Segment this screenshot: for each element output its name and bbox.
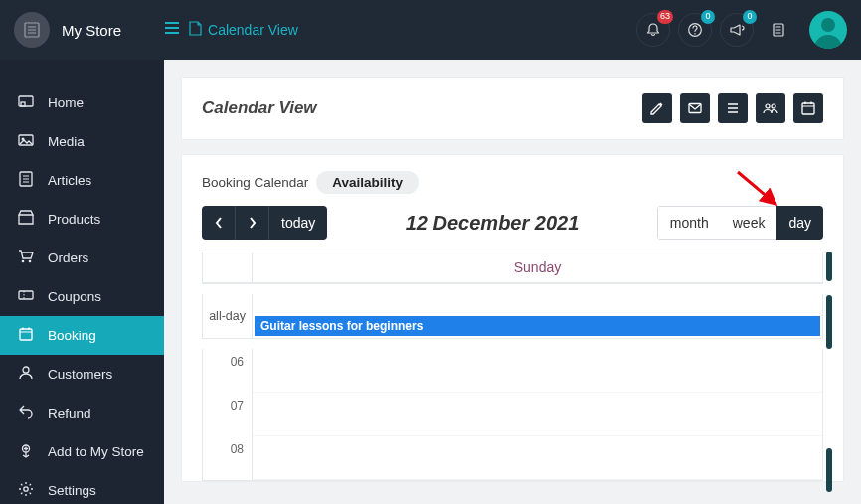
- calendar-controls: today 12 December 2021 month week day: [202, 206, 823, 240]
- tab-availability[interactable]: Availability: [316, 171, 419, 194]
- svg-rect-40: [802, 103, 814, 114]
- sidebar-item-media[interactable]: Media: [0, 122, 164, 161]
- calendar-grid: Sunday all-day Guitar lessons for beginn…: [202, 252, 823, 481]
- allday-label: all-day: [203, 294, 253, 338]
- calendar-event[interactable]: Guitar lessons for beginners: [255, 316, 820, 336]
- scrollbar-thumb[interactable]: [826, 448, 832, 492]
- page-icon: [189, 21, 202, 39]
- topbar: My Store Calendar View 63 0 0: [0, 0, 861, 60]
- sidebar-item-articles[interactable]: Articles: [0, 161, 164, 200]
- sidebar-item-refund[interactable]: Refund: [0, 394, 164, 432]
- notifications-button[interactable]: 63: [636, 13, 670, 47]
- svg-point-28: [23, 367, 29, 373]
- sidebar-item-label: Refund: [48, 406, 91, 420]
- docs-button[interactable]: [762, 13, 795, 47]
- time-slot[interactable]: [253, 436, 822, 480]
- time-slot[interactable]: [253, 349, 822, 393]
- sidebar-item-label: Orders: [48, 251, 88, 265]
- time-gutter-header: [203, 252, 253, 282]
- calendar-icon: [18, 326, 34, 345]
- svg-point-38: [766, 104, 770, 108]
- time-label: 07: [203, 393, 253, 436]
- svg-point-20: [22, 260, 25, 263]
- help-badge: 0: [701, 10, 715, 24]
- hamburger-icon[interactable]: [165, 20, 183, 40]
- sidebar-item-coupons[interactable]: Coupons: [0, 277, 164, 316]
- sidebar-item-label: Home: [48, 95, 84, 110]
- today-button[interactable]: today: [269, 206, 327, 240]
- home-icon: [18, 93, 34, 112]
- svg-rect-13: [21, 102, 25, 106]
- brand-name[interactable]: My Store: [62, 22, 121, 39]
- next-button[interactable]: [236, 206, 269, 240]
- sidebar-item-label: Settings: [48, 483, 96, 498]
- tabs: Booking Calendar Availability: [202, 171, 823, 194]
- calendar-card: Booking Calendar Availability today 12 D…: [182, 155, 843, 481]
- sidebar-item-orders[interactable]: Orders: [0, 239, 164, 277]
- settings-icon: [18, 481, 34, 500]
- sidebar-item-label: Coupons: [48, 289, 101, 304]
- toolbar: [642, 93, 823, 123]
- sidebar-item-label: Add to My Store: [48, 444, 144, 459]
- svg-rect-24: [20, 329, 32, 340]
- calendar-button[interactable]: [793, 93, 823, 123]
- help-button[interactable]: 0: [678, 13, 712, 47]
- tab-booking-calendar[interactable]: Booking Calendar: [202, 175, 308, 190]
- breadcrumb-link[interactable]: Calendar View: [208, 22, 298, 38]
- product-icon: [18, 210, 34, 229]
- refund-icon: [18, 404, 34, 422]
- addstore-icon: [18, 442, 34, 461]
- view-day-button[interactable]: day: [776, 206, 823, 240]
- prev-button[interactable]: [202, 206, 236, 240]
- svg-point-39: [772, 104, 775, 108]
- notifications-badge: 63: [657, 10, 673, 24]
- day-header: Sunday: [253, 252, 822, 282]
- sidebar-item-label: Customers: [48, 367, 112, 382]
- group-button[interactable]: [756, 93, 785, 123]
- list-button[interactable]: [718, 93, 748, 123]
- user-icon: [18, 365, 34, 384]
- sidebar-item-settings[interactable]: Settings: [0, 471, 164, 504]
- cart-icon: [18, 249, 34, 267]
- svg-rect-22: [19, 291, 33, 299]
- main-content: Calendar View Booking Calendar Availabil…: [164, 60, 861, 504]
- page-title: Calendar View: [202, 98, 642, 118]
- sidebar-item-add-to-my-store[interactable]: Add to My Store: [0, 432, 164, 471]
- sidebar-item-home[interactable]: Home: [0, 84, 164, 122]
- time-label: 08: [203, 436, 253, 480]
- article-icon: [18, 171, 34, 190]
- scrollbar-thumb[interactable]: [826, 295, 832, 349]
- sidebar-item-label: Articles: [48, 173, 91, 188]
- edit-button[interactable]: [642, 93, 672, 123]
- sidebar-item-label: Booking: [48, 328, 96, 343]
- nav-group: today: [202, 206, 327, 240]
- scrollbar-thumb[interactable]: [826, 252, 832, 281]
- sidebar-item-customers[interactable]: Customers: [0, 355, 164, 394]
- coupon-icon: [18, 287, 34, 306]
- view-week-button[interactable]: week: [721, 206, 777, 240]
- view-month-button[interactable]: month: [657, 206, 721, 240]
- topbar-actions: 63 0 0: [636, 11, 847, 49]
- media-icon: [18, 132, 34, 151]
- calendar-date-title: 12 December 2021: [327, 212, 657, 235]
- announcements-button[interactable]: 0: [720, 13, 754, 47]
- time-slot[interactable]: [253, 393, 822, 436]
- sidebar-item-label: Products: [48, 212, 100, 227]
- view-group: month week day: [657, 206, 823, 240]
- mail-button[interactable]: [680, 93, 710, 123]
- sidebar-item-booking[interactable]: Booking: [0, 316, 164, 355]
- svg-point-29: [24, 487, 28, 491]
- announce-badge: 0: [743, 10, 757, 24]
- brand-logo[interactable]: [14, 12, 50, 48]
- sidebar-item-products[interactable]: Products: [0, 200, 164, 239]
- header-card: Calendar View: [182, 78, 843, 139]
- sidebar-item-label: Media: [48, 134, 85, 149]
- time-label: 06: [203, 349, 253, 393]
- sidebar: HomeMediaArticlesProductsOrdersCouponsBo…: [0, 60, 164, 504]
- svg-point-21: [29, 260, 32, 263]
- avatar[interactable]: [809, 11, 847, 49]
